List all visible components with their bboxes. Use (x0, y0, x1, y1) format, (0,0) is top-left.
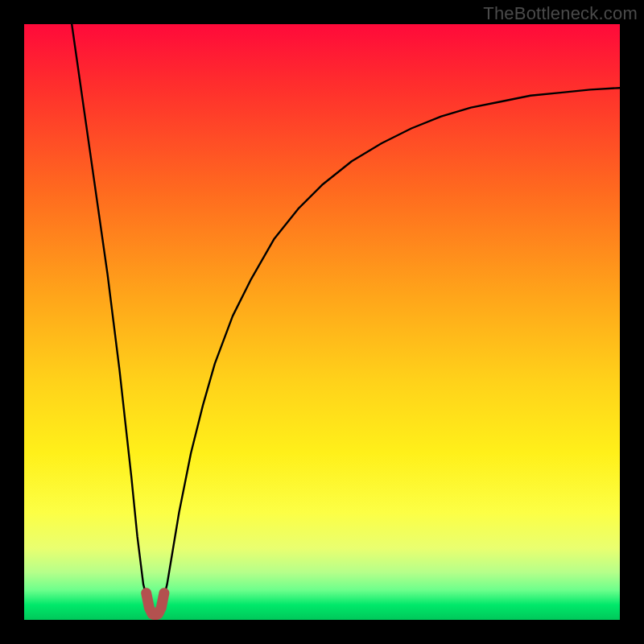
bottleneck-curve (72, 24, 620, 614)
chart-frame: TheBottleneck.com (0, 0, 644, 644)
minimum-marker (147, 593, 164, 615)
plot-area (24, 24, 620, 620)
curve-layer (24, 24, 620, 620)
watermark-text: TheBottleneck.com (483, 3, 638, 24)
